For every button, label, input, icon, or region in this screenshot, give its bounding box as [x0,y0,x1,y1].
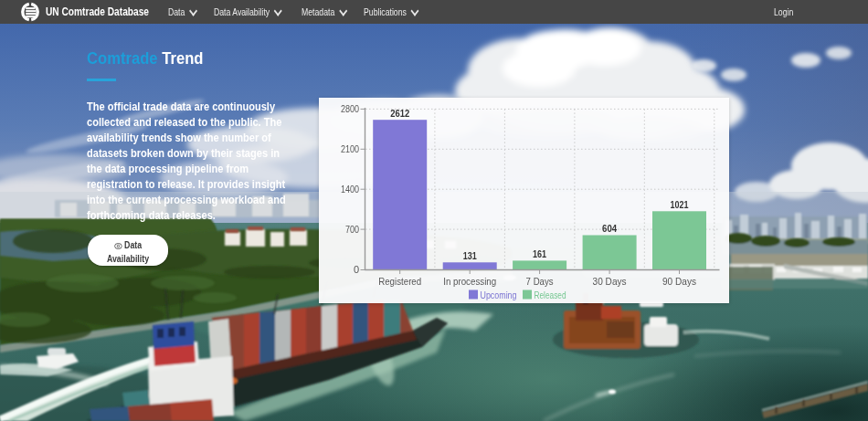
svg-text:30 Days: 30 Days [593,276,627,287]
svg-text:2612: 2612 [390,108,409,119]
svg-text:1021: 1021 [671,199,689,210]
svg-text:2100: 2100 [341,143,359,154]
svg-text:0: 0 [354,264,359,275]
svg-text:90 Days: 90 Days [662,276,696,287]
svg-text:2800: 2800 [341,103,359,114]
svg-text:Upcoming: Upcoming [481,289,517,300]
svg-text:Registered: Registered [378,276,421,287]
svg-text:1400: 1400 [341,184,359,195]
svg-text:In processing: In processing [443,276,496,287]
svg-text:604: 604 [602,223,618,234]
svg-text:Released: Released [535,289,566,300]
svg-text:131: 131 [463,250,477,261]
svg-text:700: 700 [345,224,359,235]
svg-text:7 Days: 7 Days [526,276,554,287]
svg-text:161: 161 [533,248,546,259]
